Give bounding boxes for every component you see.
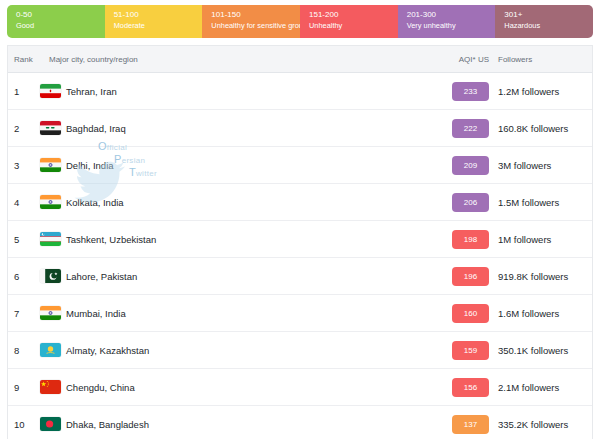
city-ranking-table: Rank Major city, country/region AQI* US …	[7, 45, 593, 439]
legend-label: Moderate	[114, 20, 199, 31]
aqi-cell: 159	[436, 341, 496, 360]
aqi-badge: 196	[452, 267, 489, 286]
aqi-cell: 198	[436, 230, 496, 249]
followers-cell: 1.2M followers	[496, 86, 592, 97]
followers-cell: 1.6M followers	[496, 308, 592, 319]
city-cell[interactable]: Tehran, Iran	[40, 84, 436, 98]
legend-label: Good	[16, 20, 101, 31]
legend-segment-moderate: 51-100Moderate	[105, 5, 203, 38]
rank-cell: 4	[8, 197, 40, 208]
aqi-badge: 206	[452, 193, 489, 212]
aqi-badge: 209	[452, 156, 489, 175]
legend-segment-unhealthy-for-sensitive-groups: 101-150Unhealthy for sensitive groups	[202, 5, 300, 38]
city-cell[interactable]: Mumbai, India	[40, 306, 436, 320]
followers-cell: 350.1K followers	[496, 345, 592, 356]
city-name[interactable]: Tehran, Iran	[66, 86, 117, 97]
rank-cell: 6	[8, 271, 40, 282]
followers-cell: 1M followers	[496, 234, 592, 245]
rank-cell: 10	[8, 419, 40, 430]
rank-cell: 1	[8, 86, 40, 97]
table-row[interactable]: 1Tehran, Iran2331.2M followers	[8, 73, 592, 110]
aqi-badge: 137	[452, 415, 489, 434]
column-header-aqi: AQI* US	[436, 55, 496, 64]
table-row[interactable]: 4Kolkata, India2061.5M followers	[8, 184, 592, 221]
column-header-followers: Followers	[496, 55, 592, 64]
aqi-badge: 159	[452, 341, 489, 360]
aqi-cell: 137	[436, 415, 496, 434]
legend-range: 101-150	[211, 9, 296, 20]
city-name[interactable]: Chengdu, China	[66, 382, 135, 393]
followers-cell: 3M followers	[496, 160, 592, 171]
legend-range: 151-200	[309, 9, 394, 20]
aqi-badge: 233	[452, 82, 489, 101]
legend-segment-good: 0-50Good	[7, 5, 105, 38]
legend-label: Very unhealthy	[407, 20, 492, 31]
china-flag-icon	[40, 380, 61, 394]
india-flag-icon	[40, 158, 61, 172]
pakistan-flag-icon	[40, 269, 61, 283]
legend-segment-unhealthy: 151-200Unhealthy	[300, 5, 398, 38]
city-name[interactable]: Kolkata, India	[66, 197, 124, 208]
aqi-cell: 222	[436, 119, 496, 138]
city-name[interactable]: Delhi, India	[66, 160, 114, 171]
rank-cell: 7	[8, 308, 40, 319]
city-cell[interactable]: Almaty, Kazakhstan	[40, 343, 436, 357]
table-row[interactable]: 2Baghdad, Iraq222160.8K followers	[8, 110, 592, 147]
legend-range: 301+	[504, 9, 589, 20]
aqi-cell: 196	[436, 267, 496, 286]
followers-cell: 919.8K followers	[496, 271, 592, 282]
rank-cell: 5	[8, 234, 40, 245]
table-row[interactable]: 5Tashkent, Uzbekistan1981M followers	[8, 221, 592, 258]
city-name[interactable]: Tashkent, Uzbekistan	[66, 234, 156, 245]
aqi-badge: 198	[452, 230, 489, 249]
city-cell[interactable]: Tashkent, Uzbekistan	[40, 232, 436, 246]
rank-cell: 9	[8, 382, 40, 393]
iran-flag-icon	[40, 84, 61, 98]
followers-cell: 1.5M followers	[496, 197, 592, 208]
city-name[interactable]: Baghdad, Iraq	[66, 123, 126, 134]
aqi-badge: 156	[452, 378, 489, 397]
city-name[interactable]: Almaty, Kazakhstan	[66, 345, 149, 356]
city-cell[interactable]: Lahore, Pakistan	[40, 269, 436, 283]
city-cell[interactable]: Chengdu, China	[40, 380, 436, 394]
city-name[interactable]: Mumbai, India	[66, 308, 126, 319]
followers-cell: 335.2K followers	[496, 419, 592, 430]
aqi-cell: 206	[436, 193, 496, 212]
followers-cell: 160.8K followers	[496, 123, 592, 134]
table-row[interactable]: 10Dhaka, Bangladesh137335.2K followers	[8, 406, 592, 439]
table-row[interactable]: 7Mumbai, India1601.6M followers	[8, 295, 592, 332]
rank-cell: 8	[8, 345, 40, 356]
legend-range: 201-300	[407, 9, 492, 20]
city-cell[interactable]: Delhi, India	[40, 158, 436, 172]
column-header-rank: Rank	[8, 55, 40, 64]
city-name[interactable]: Lahore, Pakistan	[66, 271, 137, 282]
aqi-badge: 222	[452, 119, 489, 138]
table-row[interactable]: 6Lahore, Pakistan196919.8K followers	[8, 258, 592, 295]
table-header-row: Rank Major city, country/region AQI* US …	[8, 46, 592, 73]
city-name[interactable]: Dhaka, Bangladesh	[66, 419, 149, 430]
legend-label: Hazardous	[504, 20, 589, 31]
uzbekistan-flag-icon	[40, 232, 61, 246]
table-row[interactable]: 8Almaty, Kazakhstan159350.1K followers	[8, 332, 592, 369]
aqi-cell: 156	[436, 378, 496, 397]
aqi-legend: 0-50Good51-100Moderate101-150Unhealthy f…	[7, 5, 593, 38]
rank-cell: 2	[8, 123, 40, 134]
iraq-flag-icon	[40, 121, 61, 135]
city-cell[interactable]: Baghdad, Iraq	[40, 121, 436, 135]
rank-cell: 3	[8, 160, 40, 171]
aqi-cell: 233	[436, 82, 496, 101]
table-row[interactable]: 3Delhi, India2093M followers	[8, 147, 592, 184]
legend-label: Unhealthy for sensitive groups	[211, 20, 296, 31]
bangladesh-flag-icon	[40, 417, 61, 431]
city-cell[interactable]: Dhaka, Bangladesh	[40, 417, 436, 431]
aqi-badge: 160	[452, 304, 489, 323]
table-row[interactable]: 9Chengdu, China1562.1M followers	[8, 369, 592, 406]
legend-range: 51-100	[114, 9, 199, 20]
city-cell[interactable]: Kolkata, India	[40, 195, 436, 209]
kazakhstan-flag-icon	[40, 343, 61, 357]
table-body: 1Tehran, Iran2331.2M followers2Baghdad, …	[8, 73, 592, 439]
legend-segment-very-unhealthy: 201-300Very unhealthy	[398, 5, 496, 38]
aqi-cell: 160	[436, 304, 496, 323]
followers-cell: 2.1M followers	[496, 382, 592, 393]
aqi-cell: 209	[436, 156, 496, 175]
